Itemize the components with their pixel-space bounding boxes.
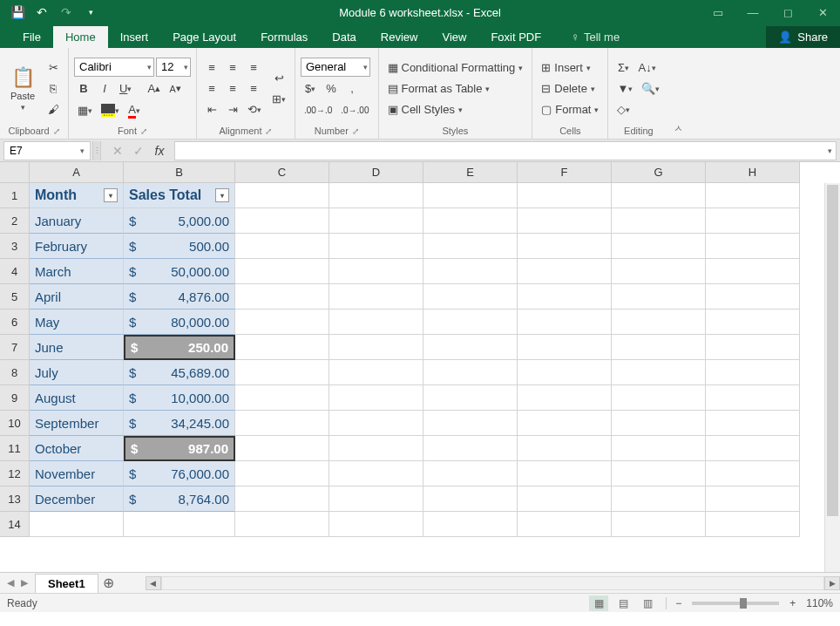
cell-A1[interactable]: Month▾	[30, 183, 124, 208]
cell-B14[interactable]	[124, 512, 235, 537]
pagebreak-view-icon[interactable]: ▥	[638, 595, 657, 611]
cell-D7[interactable]	[329, 335, 423, 360]
cell-A8[interactable]: July	[30, 360, 124, 385]
tab-view[interactable]: View	[430, 26, 478, 48]
cell-B13[interactable]: $8,764.00	[124, 487, 235, 512]
tab-review[interactable]: Review	[369, 26, 430, 48]
row-header-11[interactable]: 11	[0, 436, 30, 461]
worksheet-grid[interactable]: ABCDEFGH 1234567891011121314 Month▾Sales…	[0, 162, 840, 572]
zoom-slider[interactable]	[692, 602, 779, 605]
row-header-8[interactable]: 8	[0, 360, 30, 385]
percent-format-button[interactable]: %	[322, 79, 341, 99]
undo-icon[interactable]: ↶	[31, 3, 52, 22]
cell-D2[interactable]	[329, 208, 423, 234]
cell-F12[interactable]	[518, 461, 612, 487]
cell-H1[interactable]	[706, 183, 800, 208]
cell-B10[interactable]: $34,245.00	[124, 411, 235, 436]
horizontal-scrollbar[interactable]: ◀ ▶	[146, 573, 840, 593]
formula-input[interactable]: ▾	[174, 141, 837, 160]
cell-A6[interactable]: May	[30, 310, 124, 335]
insert-cells-button[interactable]: ⊞Insert▾	[538, 58, 602, 78]
select-all-corner[interactable]	[0, 162, 30, 183]
cell-E1[interactable]	[423, 183, 518, 208]
cell-B12[interactable]: $76,000.00	[124, 461, 235, 487]
scroll-right-icon[interactable]: ▶	[824, 576, 840, 590]
row-header-7[interactable]: 7	[0, 335, 30, 360]
cell-B9[interactable]: $10,000.00	[124, 385, 235, 411]
zoom-out-icon[interactable]: −	[675, 597, 681, 609]
cell-C7[interactable]	[235, 335, 329, 360]
wrap-text-button[interactable]: ↩	[268, 69, 289, 88]
copy-button[interactable]: ⎘	[44, 79, 63, 99]
cell-H5[interactable]	[706, 284, 800, 310]
find-select-button[interactable]: 🔍▾	[638, 79, 663, 99]
scroll-left-icon[interactable]: ◀	[146, 576, 161, 590]
cut-button[interactable]: ✂	[44, 58, 63, 78]
cell-H4[interactable]	[706, 259, 800, 284]
align-middle-button[interactable]: ≡	[223, 58, 242, 78]
cell-F6[interactable]	[518, 310, 612, 335]
cell-A7[interactable]: June	[30, 335, 124, 360]
page-layout-view-icon[interactable]: ▤	[613, 595, 633, 611]
cell-F13[interactable]	[518, 487, 612, 512]
row-header-2[interactable]: 2	[0, 208, 30, 234]
fbar-divider[interactable]: ⋮	[92, 141, 101, 160]
cell-D3[interactable]	[329, 234, 423, 259]
merge-center-button[interactable]: ⊞▾	[268, 90, 289, 109]
col-header-G[interactable]: G	[612, 162, 706, 183]
vertical-scrollbar[interactable]	[824, 183, 840, 572]
cell-E12[interactable]	[423, 461, 518, 487]
cell-A14[interactable]	[30, 512, 124, 537]
cell-F14[interactable]	[518, 512, 612, 537]
cell-D13[interactable]	[329, 487, 423, 512]
cell-G5[interactable]	[612, 284, 706, 310]
format-cells-button[interactable]: ▢Format▾	[538, 100, 602, 119]
align-left-button[interactable]: ≡	[202, 79, 221, 99]
name-box[interactable]: E7▾	[3, 141, 91, 160]
cell-A5[interactable]: April	[30, 284, 124, 310]
number-dialog-launcher[interactable]: ⤢	[352, 126, 359, 136]
decrease-indent-button[interactable]: ⇤	[202, 100, 221, 119]
italic-button[interactable]: I	[95, 79, 114, 99]
zoom-in-icon[interactable]: +	[789, 597, 796, 609]
cell-C10[interactable]	[235, 411, 329, 436]
cell-F7[interactable]	[518, 335, 612, 360]
increase-decimal-button[interactable]: .00→.0	[301, 101, 335, 120]
close-icon[interactable]: ✕	[805, 0, 840, 24]
col-header-C[interactable]: C	[235, 162, 329, 183]
cell-H14[interactable]	[706, 512, 800, 537]
cell-E9[interactable]	[423, 385, 518, 411]
cell-G1[interactable]	[612, 183, 706, 208]
cell-D11[interactable]	[329, 436, 423, 461]
font-dialog-launcher[interactable]: ⤢	[140, 126, 147, 136]
cell-A9[interactable]: August	[30, 385, 124, 411]
cell-G6[interactable]	[612, 310, 706, 335]
tab-data[interactable]: Data	[320, 26, 368, 48]
cell-G3[interactable]	[612, 234, 706, 259]
col-header-F[interactable]: F	[518, 162, 612, 183]
tab-formulas[interactable]: Formulas	[248, 26, 320, 48]
cell-G13[interactable]	[612, 487, 706, 512]
bold-button[interactable]: B	[74, 79, 93, 99]
accounting-format-button[interactable]: $▾	[301, 79, 320, 99]
cell-H6[interactable]	[706, 310, 800, 335]
col-header-A[interactable]: A	[30, 162, 124, 183]
row-header-14[interactable]: 14	[0, 512, 30, 537]
cell-D1[interactable]	[329, 183, 423, 208]
cell-E4[interactable]	[423, 259, 518, 284]
cell-D4[interactable]	[329, 259, 423, 284]
cell-A10[interactable]: September	[30, 411, 124, 436]
cell-E11[interactable]	[423, 436, 518, 461]
tab-home[interactable]: Home	[53, 26, 108, 48]
cell-F1[interactable]	[518, 183, 612, 208]
number-format-combo[interactable]: General▾	[301, 58, 370, 77]
cell-E13[interactable]	[423, 487, 518, 512]
cell-E2[interactable]	[423, 208, 518, 234]
cell-F3[interactable]	[518, 234, 612, 259]
cell-G8[interactable]	[612, 360, 706, 385]
cell-B7[interactable]: $250.00	[124, 335, 235, 360]
autosum-button[interactable]: Σ▾	[613, 58, 633, 78]
cell-C11[interactable]	[235, 436, 329, 461]
enter-formula-icon[interactable]: ✓	[129, 141, 148, 160]
cell-E5[interactable]	[423, 284, 518, 310]
